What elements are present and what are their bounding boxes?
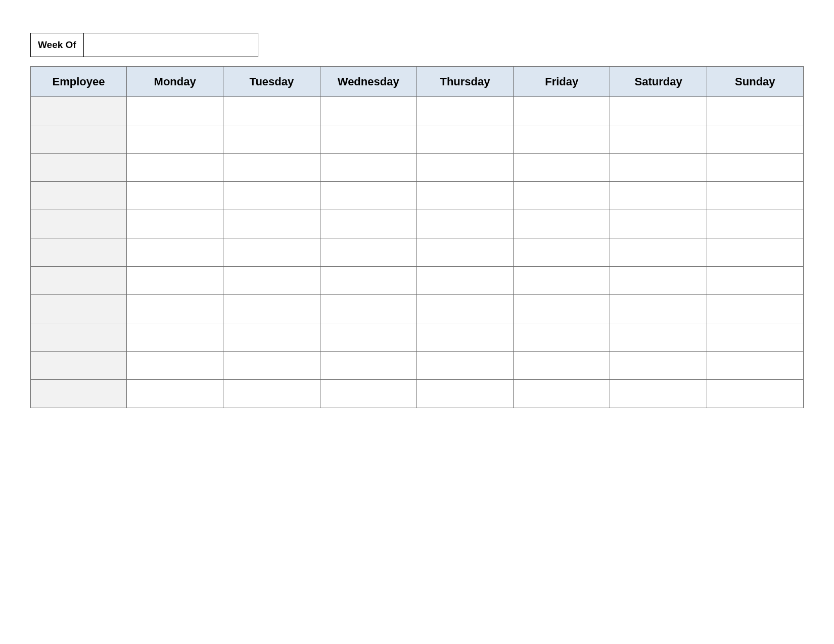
day-cell[interactable]: [610, 97, 707, 125]
day-cell[interactable]: [127, 295, 223, 323]
day-cell[interactable]: [416, 154, 513, 182]
day-cell[interactable]: [416, 267, 513, 295]
table-row: [31, 352, 804, 380]
day-cell[interactable]: [223, 267, 320, 295]
day-cell[interactable]: [610, 210, 707, 238]
day-cell[interactable]: [514, 154, 610, 182]
day-cell[interactable]: [707, 125, 803, 154]
day-cell[interactable]: [223, 323, 320, 352]
day-cell[interactable]: [707, 97, 803, 125]
day-cell[interactable]: [416, 352, 513, 380]
day-cell[interactable]: [320, 295, 416, 323]
table-row: [31, 97, 804, 125]
day-cell[interactable]: [514, 267, 610, 295]
employee-cell[interactable]: [31, 210, 127, 238]
day-cell[interactable]: [223, 154, 320, 182]
table-row: [31, 125, 804, 154]
day-cell[interactable]: [320, 97, 416, 125]
day-cell[interactable]: [127, 210, 223, 238]
day-cell[interactable]: [514, 323, 610, 352]
day-cell[interactable]: [127, 154, 223, 182]
table-row: [31, 295, 804, 323]
day-cell[interactable]: [320, 380, 416, 408]
day-cell[interactable]: [127, 323, 223, 352]
employee-cell[interactable]: [31, 154, 127, 182]
day-cell[interactable]: [707, 295, 803, 323]
employee-cell[interactable]: [31, 380, 127, 408]
day-cell[interactable]: [320, 238, 416, 267]
day-cell[interactable]: [514, 182, 610, 210]
header-wednesday: Wednesday: [320, 67, 416, 97]
header-tuesday: Tuesday: [223, 67, 320, 97]
day-cell[interactable]: [610, 154, 707, 182]
day-cell[interactable]: [223, 97, 320, 125]
week-of-input[interactable]: [84, 33, 258, 57]
day-cell[interactable]: [514, 238, 610, 267]
day-cell[interactable]: [610, 182, 707, 210]
day-cell[interactable]: [127, 125, 223, 154]
day-cell[interactable]: [610, 352, 707, 380]
day-cell[interactable]: [127, 267, 223, 295]
day-cell[interactable]: [223, 210, 320, 238]
day-cell[interactable]: [127, 352, 223, 380]
day-cell[interactable]: [223, 295, 320, 323]
day-cell[interactable]: [610, 267, 707, 295]
header-employee: Employee: [31, 67, 127, 97]
day-cell[interactable]: [514, 125, 610, 154]
day-cell[interactable]: [320, 182, 416, 210]
day-cell[interactable]: [514, 210, 610, 238]
day-cell[interactable]: [610, 238, 707, 267]
employee-cell[interactable]: [31, 238, 127, 267]
day-cell[interactable]: [320, 352, 416, 380]
day-cell[interactable]: [514, 380, 610, 408]
day-cell[interactable]: [223, 182, 320, 210]
day-cell[interactable]: [610, 125, 707, 154]
day-cell[interactable]: [127, 238, 223, 267]
day-cell[interactable]: [127, 182, 223, 210]
day-cell[interactable]: [320, 125, 416, 154]
day-cell[interactable]: [514, 97, 610, 125]
day-cell[interactable]: [416, 125, 513, 154]
header-friday: Friday: [514, 67, 610, 97]
day-cell[interactable]: [707, 352, 803, 380]
employee-cell[interactable]: [31, 125, 127, 154]
day-cell[interactable]: [223, 380, 320, 408]
day-cell[interactable]: [416, 323, 513, 352]
employee-cell[interactable]: [31, 323, 127, 352]
day-cell[interactable]: [320, 323, 416, 352]
day-cell[interactable]: [514, 352, 610, 380]
day-cell[interactable]: [707, 182, 803, 210]
employee-cell[interactable]: [31, 352, 127, 380]
day-cell[interactable]: [610, 323, 707, 352]
day-cell[interactable]: [707, 323, 803, 352]
day-cell[interactable]: [707, 210, 803, 238]
day-cell[interactable]: [610, 295, 707, 323]
day-cell[interactable]: [610, 380, 707, 408]
day-cell[interactable]: [223, 238, 320, 267]
day-cell[interactable]: [416, 238, 513, 267]
day-cell[interactable]: [320, 210, 416, 238]
day-cell[interactable]: [707, 238, 803, 267]
day-cell[interactable]: [416, 295, 513, 323]
employee-cell[interactable]: [31, 97, 127, 125]
day-cell[interactable]: [223, 352, 320, 380]
day-cell[interactable]: [416, 182, 513, 210]
day-cell[interactable]: [320, 154, 416, 182]
table-header-row: Employee Monday Tuesday Wednesday Thursd…: [31, 67, 804, 97]
day-cell[interactable]: [416, 97, 513, 125]
day-cell[interactable]: [707, 380, 803, 408]
employee-cell[interactable]: [31, 295, 127, 323]
day-cell[interactable]: [416, 380, 513, 408]
day-cell[interactable]: [127, 97, 223, 125]
day-cell[interactable]: [514, 295, 610, 323]
day-cell[interactable]: [707, 267, 803, 295]
week-of-label: Week Of: [30, 33, 84, 57]
employee-cell[interactable]: [31, 267, 127, 295]
day-cell[interactable]: [127, 380, 223, 408]
day-cell[interactable]: [223, 125, 320, 154]
table-row: [31, 182, 804, 210]
day-cell[interactable]: [416, 210, 513, 238]
day-cell[interactable]: [707, 154, 803, 182]
employee-cell[interactable]: [31, 182, 127, 210]
day-cell[interactable]: [320, 267, 416, 295]
